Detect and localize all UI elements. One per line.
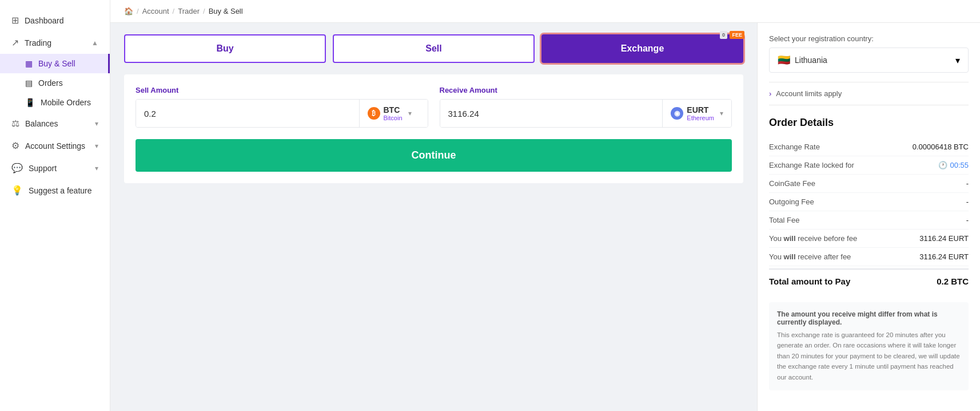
tab-row: Buy Sell Exchange 0 FEE [124,34,743,63]
balances-icon: ⚖ [11,118,19,129]
sell-input-row: ₿ BTC Bitcoin ▾ [136,99,428,128]
sidebar-item-trading[interactable]: ↗ Trading ▲ [0,31,110,54]
receive-currency-select[interactable]: ◉ EURT Ethereum ▾ [662,100,731,127]
receive-currency-name: EURT Ethereum [687,105,714,121]
sell-amount-group: Sell Amount ₿ BTC Bitcoin ▾ [136,86,428,128]
trading-icon: ↗ [11,37,19,48]
sell-currency-select[interactable]: ₿ BTC Bitcoin ▾ [359,100,428,127]
sidebar-item-dashboard[interactable]: ⊞ Dashboard [0,9,110,31]
breadcrumb-sep1: / [137,7,139,15]
sidebar-item-support[interactable]: 💬 Support ▾ [0,157,110,179]
order-details: Order Details Exchange Rate 0.00006418 B… [769,117,969,390]
content-area: Buy Sell Exchange 0 FEE Sell Amount [110,23,980,411]
sidebar-item-mobile-orders[interactable]: 📱 Mobile Orders [0,93,110,112]
btc-icon: ₿ [368,107,380,120]
sidebar-item-suggest[interactable]: 💡 Suggest a feature [0,179,110,201]
sidebar-item-account-settings[interactable]: ⚙ Account Settings ▾ [0,135,110,157]
sidebar-item-label: Account Settings [25,141,85,151]
country-select[interactable]: 🇱🇹 Lithuania ▾ [769,48,969,73]
amounts-row: Sell Amount ₿ BTC Bitcoin ▾ [136,86,732,128]
sidebar-item-label: Trading [25,38,51,48]
breadcrumb-sep3: / [203,7,205,15]
sidebar-sub-label: Mobile Orders [41,98,91,107]
settings-icon: ⚙ [11,140,19,151]
order-row-total-fee: Total Fee - [769,211,969,230]
sidebar-item-buy-sell[interactable]: ▦ Buy & Sell [0,54,110,73]
sell-currency-name: BTC Bitcoin [384,105,403,121]
order-row-receive-after: You will receive after fee 3116.24 EURT [769,248,969,266]
sidebar-item-orders[interactable]: ▤ Orders [0,73,110,93]
sidebar-sub-label: Orders [38,78,63,88]
suggest-icon: 💡 [11,185,23,196]
continue-button[interactable]: Continue [136,139,732,172]
country-label: Select your registration country: [769,34,969,43]
receive-input-row: ◉ EURT Ethereum ▾ [440,99,732,128]
country-chevron-icon: ▾ [955,55,960,66]
eurt-icon: ◉ [671,107,683,120]
sell-tab[interactable]: Sell [333,34,535,63]
sell-amount-label: Sell Amount [136,86,428,94]
breadcrumb-sep2: / [173,7,175,15]
orders-icon: ▤ [25,78,33,88]
receive-amount-label: Receive Amount [440,86,732,94]
country-name: Lithuania [795,56,827,65]
order-row-rate-locked: Exchange Rate locked for 🕐 00:55 [769,156,969,175]
chevron-right-icon: › [769,89,771,98]
order-row-outgoing-fee: Outgoing Fee - [769,193,969,211]
total-row: Total amount to Pay 0.2 BTC [769,268,969,293]
account-limits-label: Account limits apply [776,89,842,98]
breadcrumb-trader[interactable]: Trader [178,7,200,15]
fee-badge: FEE [730,31,744,39]
main-content: 🏠 / Account / Trader / Buy & Sell Buy Se… [110,0,980,411]
exchange-form: Sell Amount ₿ BTC Bitcoin ▾ [124,74,743,183]
chevron-down-icon3: ▾ [95,164,98,172]
sidebar-item-label: Support [29,164,57,173]
sell-chevron-icon: ▾ [408,109,412,117]
sell-amount-input[interactable] [136,100,359,127]
breadcrumb: 🏠 / Account / Trader / Buy & Sell [110,0,980,23]
receive-chevron-icon: ▾ [720,109,723,117]
disclaimer-box: The amount you receive might differ from… [769,302,969,390]
sidebar-item-label: Dashboard [25,16,64,25]
chevron-up-icon: ▲ [91,39,98,47]
chevron-down-icon2: ▾ [95,142,98,150]
mobile-icon: 📱 [25,98,35,107]
center-panel: Buy Sell Exchange 0 FEE Sell Amount [110,23,757,411]
order-details-title: Order Details [769,117,969,129]
account-limits[interactable]: › Account limits apply [769,82,969,105]
breadcrumb-account[interactable]: Account [142,7,169,15]
buy-tab[interactable]: Buy [124,34,326,63]
order-row-exchange-rate: Exchange Rate 0.00006418 BTC [769,138,969,156]
clock-icon: 🕐 [938,161,947,169]
sidebar-item-balances[interactable]: ⚖ Balances ▾ [0,112,110,135]
buy-sell-icon: ▦ [25,59,33,68]
exchange-tab[interactable]: Exchange 0 FEE [541,34,743,63]
receive-amount-group: Receive Amount ◉ EURT Ethereum ▾ [440,86,732,128]
dashboard-icon: ⊞ [11,15,19,26]
sidebar-item-label: Suggest a feature [29,186,92,195]
total-val: 0.2 BTC [937,276,969,286]
total-key: Total amount to Pay [769,276,850,286]
sidebar: ⊞ Dashboard ↗ Trading ▲ ▦ Buy & Sell ▤ O… [0,0,110,411]
zero-badge: 0 [720,31,727,39]
breadcrumb-current: Buy & Sell [209,7,243,15]
sidebar-sub-label: Buy & Sell [38,59,75,68]
disclaimer-text: This exchange rate is guaranteed for 20 … [777,330,961,382]
right-panel: Select your registration country: 🇱🇹 Lit… [757,23,980,411]
sidebar-item-label: Balances [25,119,58,128]
support-icon: 💬 [11,163,23,173]
timer-badge: 🕐 00:55 [938,161,969,169]
disclaimer-bold: The amount you receive might differ from… [777,310,961,326]
country-section: Select your registration country: 🇱🇹 Lit… [769,34,969,73]
flag-icon: 🇱🇹 [778,54,790,66]
chevron-down-icon: ▾ [95,120,98,128]
order-row-receive-before: You will receive before fee 3116.24 EURT [769,230,969,248]
home-icon[interactable]: 🏠 [124,7,133,15]
order-row-coingate-fee: CoinGate Fee - [769,175,969,193]
receive-amount-input[interactable] [440,100,663,127]
